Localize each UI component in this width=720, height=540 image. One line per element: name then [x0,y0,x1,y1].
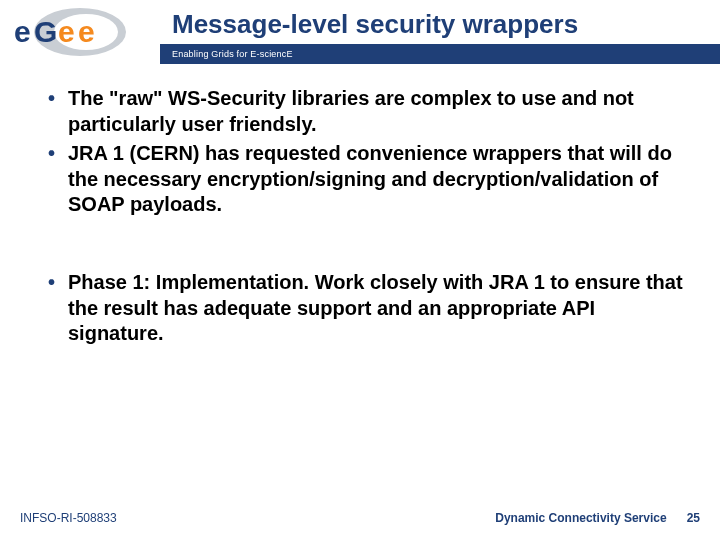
bullet-list: Phase 1: Implementation. Work closely wi… [48,270,690,347]
svg-text:G: G [34,15,57,48]
footer-service: Dynamic Connectivity Service [495,511,666,525]
slide-header: e G e e Message-level security wrappers … [0,0,720,68]
footer-page-number: 25 [687,511,700,525]
footer-reference: INFSO-RI-508833 [20,511,117,525]
spacer [48,222,690,270]
bullet-text: JRA 1 (CERN) has requested convenience w… [68,142,672,215]
slide-content: The "raw" WS-Security libraries are comp… [0,68,720,347]
svg-text:e: e [78,15,95,48]
bullet-text: Phase 1: Implementation. Work closely wi… [68,271,683,344]
slide-footer: INFSO-RI-508833 Dynamic Connectivity Ser… [0,506,720,530]
svg-text:e: e [58,15,75,48]
bullet-text: The "raw" WS-Security libraries are comp… [68,87,634,135]
footer-right: Dynamic Connectivity Service 25 [495,511,700,525]
svg-text:e: e [14,15,31,48]
bullet-list: The "raw" WS-Security libraries are comp… [48,86,690,218]
bullet-item: Phase 1: Implementation. Work closely wi… [48,270,690,347]
egee-logo: e G e e [8,6,158,58]
title-bar: Message-level security wrappers [160,4,720,44]
tagline-bar: Enabling Grids for E-sciencE [160,44,720,64]
tagline-text: Enabling Grids for E-sciencE [172,49,293,59]
bullet-item: JRA 1 (CERN) has requested convenience w… [48,141,690,218]
slide-title: Message-level security wrappers [172,9,578,40]
bullet-item: The "raw" WS-Security libraries are comp… [48,86,690,137]
